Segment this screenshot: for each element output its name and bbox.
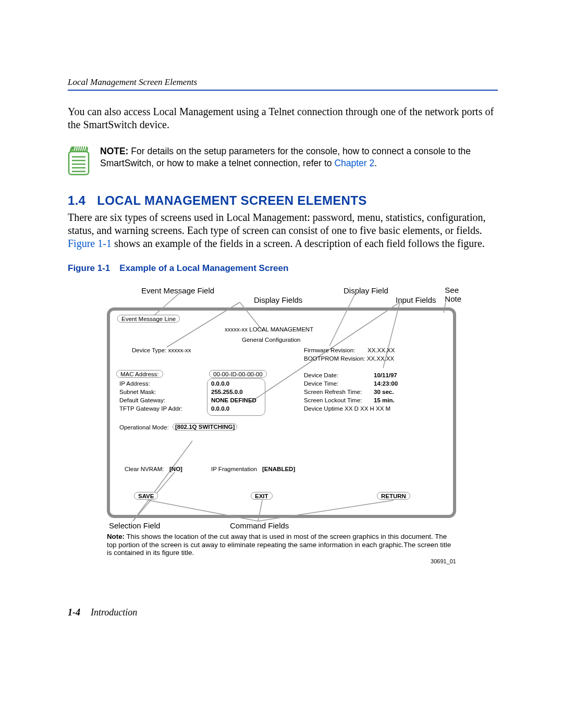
note-icon xyxy=(68,144,90,178)
row-tftp-value: 0.0.0.0 xyxy=(211,405,229,412)
row-subnet-label: Subnet Mask: xyxy=(119,389,156,395)
svg-line-15 xyxy=(149,500,258,521)
section-number: 1.4 xyxy=(68,193,85,207)
row-tftp-label: TFTP Gateway IP Addr: xyxy=(119,405,182,412)
row-uptime: Device Uptime XX D XX H XX M xyxy=(304,405,390,412)
note-label: NOTE: xyxy=(100,146,128,156)
row-lockout-value: 15 min. xyxy=(374,397,395,403)
row-time-label: Device Time: xyxy=(304,380,338,387)
row-gateway-value: NONE DEFINED xyxy=(211,397,256,403)
figure-note: Note: This shows the location of the cut… xyxy=(107,533,456,557)
figure-note-text: This shows the location of the cut away … xyxy=(107,533,451,557)
figure-bottom-labels: Selection Field Command Fields xyxy=(107,521,456,532)
figure-title: Example of a Local Management Screen xyxy=(119,263,288,273)
chapter-name: Introduction xyxy=(91,607,137,618)
device-type: Device Type: xxxxx-xx xyxy=(132,347,191,353)
header-rule xyxy=(68,90,498,91)
figure-ref-link[interactable]: Figure 1-1 xyxy=(68,238,112,249)
row-lockout-label: Screen Lockout Time: xyxy=(304,397,362,403)
cmd-exit: EXIT xyxy=(251,492,273,500)
note-block: NOTE: For details on the setup parameter… xyxy=(68,144,498,178)
bootprom: BOOTPROM Revision: XX.XX.XX xyxy=(304,355,394,362)
section-paragraph: There are six types of screens used in L… xyxy=(68,211,498,250)
row-refresh-label: Screen Refresh Time: xyxy=(304,389,362,395)
page-number: 1-4 xyxy=(68,607,80,618)
row-subnet-value: 255.255.0.0 xyxy=(211,389,243,395)
page-footer: 1-4Introduction xyxy=(68,607,498,618)
op-mode-value: [802.1Q SWITCHING] xyxy=(173,423,237,430)
section-heading: 1.4LOCAL MANAGEMENT SCREEN ELEMENTS xyxy=(68,193,498,208)
note-period: . xyxy=(374,158,377,168)
row-refresh-value: 30 sec. xyxy=(374,389,394,395)
cmd-return: RETURN xyxy=(377,492,410,500)
figure-note-label: Note: xyxy=(107,533,125,540)
note-body: For details on the setup parameters for … xyxy=(100,146,471,168)
label-display-field: Display Field xyxy=(344,286,396,304)
op-mode-label: Operational Mode: xyxy=(119,424,169,430)
row-mac-value: 00-00-ID-00-00-00 xyxy=(209,370,267,378)
figure-number: Figure 1-1 xyxy=(68,263,110,273)
label-selection-field: Selection Field xyxy=(109,521,160,530)
event-message-line: Event Message Line xyxy=(117,315,180,323)
chapter-link[interactable]: Chapter 2 xyxy=(334,158,374,168)
firmware-label: Firmware Revision: xyxy=(304,347,355,353)
screen-subtitle: General Configuration xyxy=(242,337,301,343)
row-date-label: Device Date: xyxy=(304,372,338,378)
firmware-value: XX.XX.XX xyxy=(368,347,395,353)
para2-a: There are six types of screens used in L… xyxy=(68,212,485,236)
row-gateway-label: Default Gateway: xyxy=(119,397,165,403)
intro-paragraph: You can also access Local Management usi… xyxy=(68,105,498,131)
figure-code: 30691_01 xyxy=(107,558,456,564)
section-title: LOCAL MANAGEMENT SCREEN ELEMENTS xyxy=(97,193,366,207)
para2-b: shows an example of the fields in a scre… xyxy=(112,238,485,249)
ipfrag-value: [ENABLED] xyxy=(262,466,295,472)
label-see-note: See Note xyxy=(445,286,461,303)
svg-line-13 xyxy=(133,441,192,521)
svg-line-16 xyxy=(258,500,262,521)
screen-frame: Event Message Line xxxxx-xx LOCAL MANAGE… xyxy=(107,307,456,518)
row-time-value: 14:23:00 xyxy=(374,380,398,387)
row-date-value: 10/11/97 xyxy=(374,372,397,378)
label-display-fields: Display Fields xyxy=(243,286,344,304)
label-event-message-field: Event Message Field xyxy=(107,286,243,304)
row-ip-label: IP Address: xyxy=(119,380,150,387)
cmd-save: SAVE xyxy=(134,492,158,500)
figure-caption: Figure 1-1Example of a Local Management … xyxy=(68,263,498,274)
row-mac-label: MAC Address: xyxy=(116,370,163,378)
note-text: NOTE: For details on the setup parameter… xyxy=(100,144,498,169)
running-header: Local Management Screen Elements xyxy=(68,77,498,88)
svg-line-7 xyxy=(167,302,240,347)
clear-nvram-value: [NO] xyxy=(169,466,182,472)
screen-title: xxxxx-xx LOCAL MANAGEMENT xyxy=(225,326,313,332)
label-command-fields: Command Fields xyxy=(230,521,289,530)
label-input-fields: Input Fields xyxy=(396,286,436,304)
figure: Event Message Field Display Fields Displ… xyxy=(107,286,456,564)
row-ip-value: 0.0.0.0 xyxy=(211,380,229,387)
svg-line-17 xyxy=(258,500,394,521)
figure-top-labels: Event Message Field Display Fields Displ… xyxy=(107,286,456,304)
ipfrag-label: IP Fragmentation xyxy=(211,466,257,472)
clear-nvram-label: Clear NVRAM: xyxy=(125,466,164,472)
